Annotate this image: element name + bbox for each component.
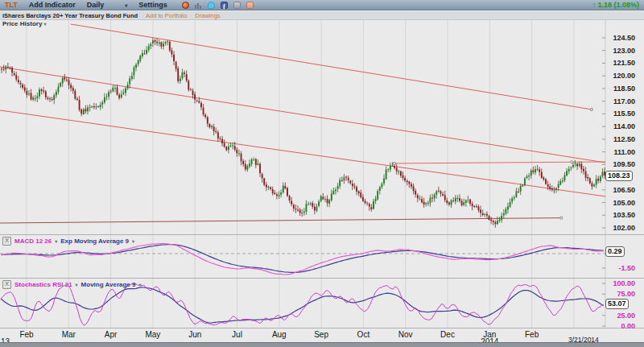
candle-wicks-up [6, 38, 602, 225]
chevron-down-icon: ▾ [76, 282, 78, 287]
add-to-portfolio-link[interactable]: Add to Portfolio [146, 12, 187, 19]
close-icon[interactable]: X [2, 237, 11, 246]
twitter-icon[interactable] [208, 2, 215, 9]
window-bottom-edge [0, 342, 644, 347]
bar-chart-icon[interactable] [195, 2, 202, 9]
up-arrow-icon: ↑ [592, 1, 597, 9]
drawings-link[interactable]: Drawings [195, 12, 220, 19]
settings-button[interactable]: Settings [138, 1, 167, 9]
close-icon[interactable]: X [2, 280, 11, 289]
mid-channel-line[interactable] [0, 67, 605, 163]
stoch-panel-header: X Stochastics RSI 21 ▾ Moving Average 9 … [2, 280, 142, 289]
macd-signal-line [1, 245, 604, 273]
candlestick-series-down [1, 40, 605, 224]
price-chart-canvas[interactable] [0, 0, 644, 347]
chevron-down-icon: ▾ [44, 22, 47, 27]
price-change-text: 1.16 (1.08%) [597, 1, 639, 9]
period-value: Daily [87, 1, 105, 9]
macd-value-box: 0.29 [605, 246, 625, 257]
upper-channel-line[interactable] [71, 24, 592, 109]
notes-icon[interactable] [246, 2, 254, 9]
price-history-label: Price History [2, 20, 42, 27]
price-change-badge: ↑ 1.16 (1.08%) [592, 1, 639, 9]
candlestick-series-up [5, 40, 603, 224]
current-price-box: 108.23 [605, 171, 633, 181]
facebook-icon[interactable] [221, 2, 228, 9]
symbol-label[interactable]: TLT [5, 1, 18, 9]
charting-app-window: TLT Add Indicator Daily ▾ Settings ↑ 1.1… [0, 0, 644, 347]
trendline-anchor-dot[interactable] [394, 162, 396, 164]
symbol-subbar: iShares Barclays 20+ Year Treasury Bond … [0, 11, 644, 20]
macd-title-dropdown[interactable]: MACD 12 26 [14, 238, 52, 245]
camera-icon[interactable] [233, 2, 241, 9]
add-indicator-button[interactable]: Add Indicator [29, 1, 76, 9]
chevron-down-icon: ▾ [125, 2, 127, 8]
price-history-dropdown[interactable]: Price History ▾ [2, 20, 47, 27]
chevron-down-icon: ▾ [55, 238, 57, 244]
macd-panel-header: X MACD 12 26 ▾ Exp Moving Average 9 ▾ [2, 237, 134, 246]
lower-channel-line[interactable] [0, 110, 605, 196]
stoch-title-dropdown[interactable]: Stochastics RSI 21 [14, 281, 72, 288]
trendline-anchor-dot[interactable] [560, 217, 563, 219]
macd-signal-dropdown[interactable]: Exp Moving Average 9 [60, 238, 129, 245]
macd-line [1, 244, 604, 275]
stoch-value-box: 53.07 [605, 299, 629, 309]
stoch-ma-line [1, 287, 604, 323]
trendline-anchor-dot[interactable] [590, 108, 592, 110]
fund-name: iShares Barclays 20+ Year Treasury Bond … [2, 12, 138, 19]
record-icon[interactable] [182, 2, 189, 9]
chevron-down-icon: ▾ [138, 282, 141, 287]
trendline-anchor-dot[interactable] [571, 161, 573, 163]
chevron-down-icon: ▾ [132, 238, 134, 244]
period-dropdown[interactable]: Daily ▾ [87, 1, 128, 9]
support-line[interactable] [0, 218, 561, 223]
toolbar: TLT Add Indicator Daily ▾ Settings ↑ 1.1… [0, 0, 644, 10]
stoch-ma-dropdown[interactable]: Moving Average 9 [81, 281, 136, 288]
stoch-k-line [1, 283, 604, 325]
toolbar-icons [182, 2, 254, 9]
